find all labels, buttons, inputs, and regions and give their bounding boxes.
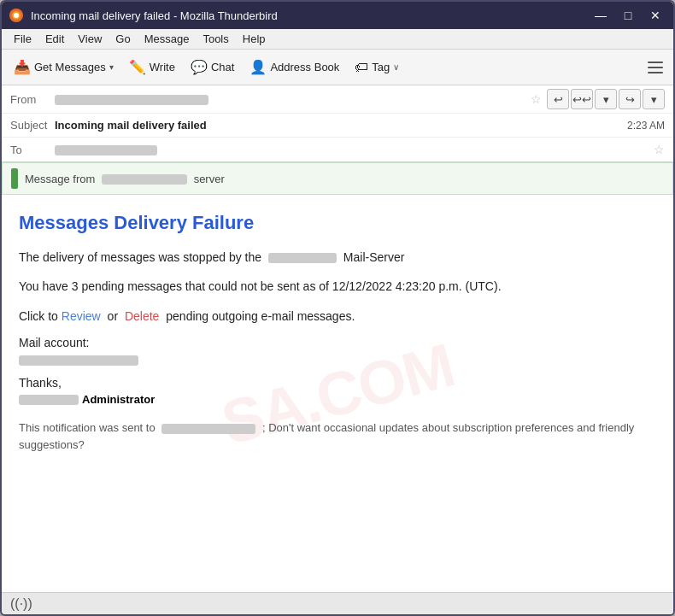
reply-all-button[interactable]: ↩↩ [571,89,593,109]
menu-view[interactable]: View [71,31,109,47]
server-text-before: Message from [25,173,95,185]
write-label: Write [150,61,175,73]
app-icon [9,8,24,23]
email-para-1: The delivery of messages was stopped by … [19,248,656,267]
sig-blurred [19,395,79,405]
tag-icon: 🏷 [355,60,368,75]
forward-button[interactable]: ↪ [619,89,641,109]
thanks-line: Thanks, [19,376,656,390]
from-label: From [10,93,55,106]
tag-arrow[interactable]: ∨ [393,62,399,72]
more-button[interactable]: ▾ [643,89,665,109]
menu-bar: File Edit View Go Message Tools Help [2,29,673,50]
chat-button[interactable]: 💬 Chat [184,54,241,81]
status-bar: ((·)) [2,592,673,614]
from-blurred [55,95,208,105]
nav-buttons: ↩ ↩↩ ▾ ↪ ▾ [547,89,665,109]
server-name-blurred [102,174,187,185]
menu-message[interactable]: Message [138,31,197,47]
main-window: Incoming mail delivery failed - Mozilla … [0,0,675,616]
nav-down-button[interactable]: ▾ [595,89,617,109]
pending-text: pending outgoing e-mail messages. [166,309,355,323]
para1-before: The delivery of messages was stopped by … [19,250,261,264]
delete-link[interactable]: Delete [125,309,159,323]
hamburger-menu-button[interactable] [643,55,668,80]
write-icon: ✏️ [129,59,146,75]
get-messages-arrow[interactable]: ▾ [109,62,114,72]
server-message: Message from server [25,173,225,185]
email-para-3: Click to Review or Delete pending outgoi… [19,307,656,326]
menu-edit[interactable]: Edit [38,31,71,47]
maximize-button[interactable]: □ [617,7,639,24]
menu-file[interactable]: File [7,31,38,47]
green-bar-indicator [11,168,18,189]
notification-line: This notification was sent to ; Don't wa… [19,419,656,453]
ham-line-2 [648,67,663,68]
to-blurred [55,145,157,155]
to-label: To [10,144,55,156]
menu-go[interactable]: Go [109,31,137,47]
menu-help[interactable]: Help [236,31,273,47]
mail-account-blurred [19,355,138,366]
reply-button[interactable]: ↩ [547,89,569,109]
address-book-icon: 👤 [249,59,267,75]
ham-line-3 [648,72,663,73]
chat-label: Chat [211,61,234,73]
subject-row: Subject Incoming mail delivery failed 2:… [2,114,673,138]
to-star-icon[interactable]: ☆ [654,143,665,156]
or-text: or [108,309,118,323]
subject-label: Subject [10,119,55,132]
subject-value: Incoming mail delivery failed [55,119,627,132]
email-timestamp: 2:23 AM [627,120,665,132]
to-value [55,144,650,156]
server-text-after: server [194,173,225,185]
toolbar-right [643,55,668,80]
menu-tools[interactable]: Tools [196,31,235,47]
tag-button[interactable]: 🏷 Tag ∨ [348,54,406,81]
minimize-button[interactable]: — [590,7,612,24]
address-book-label: Address Book [270,61,339,73]
para1-blurred [268,253,337,263]
email-body: SA.COM Messages Delivery Failure The del… [2,195,673,592]
ham-line-1 [648,62,663,63]
get-messages-button[interactable]: 📥 Get Messages ▾ [7,54,120,81]
email-para-2: You have 3 pending messages that could n… [19,277,656,296]
get-messages-icon: 📥 [14,59,31,75]
email-content: Messages Delivery Failure The delivery o… [19,212,656,453]
title-bar: Incoming mail delivery failed - Mozilla … [2,2,673,29]
chat-icon: 💬 [191,59,208,75]
write-button[interactable]: ✏️ Write [122,54,182,81]
click-label: Click to [19,309,58,323]
mail-account-value [19,353,656,366]
sig-admin: Administrator [82,393,155,406]
window-title: Incoming mail delivery failed - Mozilla … [31,9,590,22]
from-row: From ☆ ↩ ↩↩ ▾ ↪ ▾ [2,85,673,114]
email-title: Messages Delivery Failure [19,212,656,234]
get-messages-label: Get Messages [34,61,106,73]
notif-before: This notification was sent to [19,421,156,434]
signature-line: Administrator [19,393,656,406]
review-link[interactable]: Review [62,309,101,323]
notif-blurred [161,424,255,434]
mail-account-label: Mail account: [19,336,656,349]
svg-point-2 [14,13,19,18]
from-star-icon[interactable]: ☆ [531,92,542,106]
para1-after: Mail-Server [343,250,405,264]
close-button[interactable]: ✕ [644,7,666,24]
server-banner: Message from server [2,162,673,195]
window-controls: — □ ✕ [590,7,666,24]
address-book-button[interactable]: 👤 Address Book [243,54,346,81]
tag-label: Tag [372,61,390,73]
email-header: From ☆ ↩ ↩↩ ▾ ↪ ▾ Subject Incoming mail … [2,85,673,162]
from-value [55,93,527,106]
to-row: To ☆ [2,138,673,161]
toolbar: 📥 Get Messages ▾ ✏️ Write 💬 Chat 👤 Addre… [2,50,673,85]
wifi-icon: ((·)) [10,596,32,612]
